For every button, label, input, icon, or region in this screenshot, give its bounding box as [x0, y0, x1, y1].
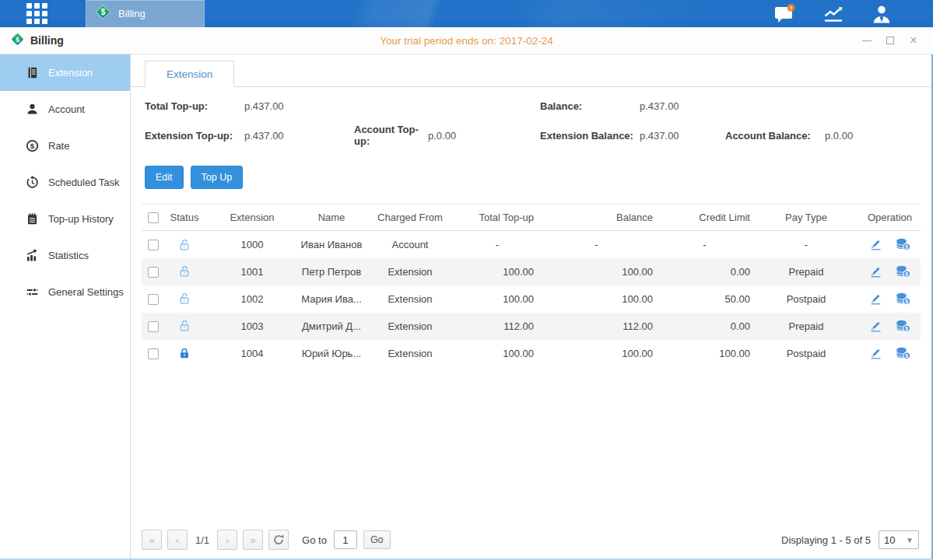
sidebar-item-top-up-history[interactable]: Top-up History [0, 201, 130, 237]
row-checkbox[interactable] [148, 348, 159, 359]
cell-balance: - [537, 231, 656, 258]
sidebar-item-general-settings[interactable]: General Settings [0, 274, 130, 310]
topup-icon[interactable]: $ [896, 238, 910, 250]
content: Extension Total Top-up: p.437.00 Balance… [131, 54, 931, 558]
edit-icon[interactable] [869, 238, 882, 250]
tab-extension[interactable]: Extension [145, 61, 234, 87]
svg-text:$: $ [30, 142, 34, 150]
cell-balance: 100.00 [537, 340, 656, 367]
edit-icon[interactable] [869, 320, 882, 332]
cell-total-topup: 100.00 [458, 340, 537, 367]
cell-pay-type: Prepaid [753, 313, 859, 340]
app-grid-icon[interactable] [26, 3, 53, 24]
taskbar-app-tab-billing[interactable]: $ Billing [86, 0, 205, 27]
sidebar-item-rate[interactable]: $Rate [0, 128, 130, 164]
account-topup-label: Account Top-up: [354, 124, 428, 147]
tabstrip: Extension [131, 54, 931, 87]
row-checkbox[interactable] [148, 294, 159, 305]
refresh-button[interactable] [268, 530, 289, 550]
cell-pay-type: Prepaid [753, 258, 859, 285]
total-topup-value: p.437.00 [244, 100, 354, 112]
sidebar-item-scheduled-task[interactable]: Scheduled Task [0, 164, 130, 201]
topup-icon[interactable]: $ [896, 265, 910, 278]
first-page-button[interactable]: « [142, 530, 162, 550]
svg-text:$: $ [905, 299, 908, 305]
cell-balance: 100.00 [537, 258, 656, 285]
svg-text:$: $ [905, 244, 908, 250]
select-all-checkbox[interactable] [148, 212, 159, 223]
sidebar-item-statistics[interactable]: Statistics [0, 237, 130, 274]
topup-button[interactable]: Top Up [191, 166, 244, 189]
goto-page-input[interactable] [334, 530, 357, 549]
extension-balance-label: Extension Balance: [540, 130, 640, 142]
sidebar: ExtensionAccount$RateScheduled TaskTop-u… [0, 54, 131, 558]
svg-text:$: $ [905, 326, 908, 332]
lock-open-icon[interactable] [178, 320, 191, 332]
cell-total-topup: - [458, 231, 537, 258]
window-titlebar: $ Billing Your trial period ends on: 201… [0, 27, 933, 54]
cell-credit-limit: 0.00 [656, 313, 753, 340]
lock-open-icon[interactable] [178, 292, 191, 305]
column-header-pay-type: Pay Type [753, 205, 859, 231]
table-row-1001: 1001Петр ПетровExtension100.00100.000.00… [142, 258, 921, 285]
sidebar-item-label: Statistics [48, 250, 89, 261]
maximize-button[interactable] [883, 33, 897, 47]
extension-topup-label: Extension Top-up: [145, 130, 244, 142]
lock-closed-icon[interactable] [178, 347, 191, 359]
column-header-status: Status [165, 205, 204, 231]
cell-name: Юрий Юрь... [300, 340, 363, 367]
prev-page-button[interactable]: ‹ [167, 530, 188, 550]
edit-icon[interactable] [869, 265, 882, 278]
topup-icon[interactable]: $ [896, 347, 910, 359]
cell-extension: 1001 [204, 258, 300, 285]
cell-name: Иван Иванов [300, 231, 363, 258]
next-page-button[interactable]: › [217, 530, 237, 550]
topup-icon[interactable]: $ [896, 292, 910, 305]
column-header-select[interactable] [142, 205, 165, 231]
reports-chart-icon[interactable] [823, 4, 844, 24]
cell-charged-from: Extension [363, 340, 458, 367]
last-page-button[interactable]: » [243, 530, 263, 550]
extension-topup-value: p.437.00 [244, 130, 354, 142]
cell-name: Дмитрий Д... [300, 313, 363, 340]
goto-label: Go to [302, 534, 327, 546]
table-row-1000: 1000Иван ИвановAccount----$ [142, 231, 921, 258]
total-topup-label: Total Top-up: [145, 100, 244, 112]
cell-name: Петр Петров [300, 258, 363, 285]
row-checkbox[interactable] [148, 240, 159, 250]
tab-extension-label: Extension [167, 68, 212, 80]
page-size-select[interactable]: 10 ▼ [879, 530, 919, 549]
edit-icon[interactable] [869, 292, 882, 305]
lock-open-icon[interactable] [178, 265, 191, 278]
billing-diamond-icon: $ [10, 32, 25, 50]
row-checkbox[interactable] [148, 267, 159, 278]
account-balance-label: Account Balance: [725, 130, 825, 142]
go-button[interactable]: Go [363, 530, 391, 549]
sidebar-item-label: Extension [48, 67, 93, 79]
cell-total-topup: 100.00 [458, 258, 537, 285]
lock-open-icon[interactable] [178, 239, 191, 251]
close-button[interactable]: × [907, 33, 921, 47]
table-row-1002: 1002Мария Ива...Extension100.00100.0050.… [142, 285, 921, 313]
table-row-1003: 1003Дмитрий Д...Extension112.00112.000.0… [142, 313, 921, 340]
account-user-icon[interactable] [871, 4, 893, 24]
sidebar-item-extension[interactable]: Extension [0, 54, 130, 91]
cell-credit-limit: - [656, 231, 753, 258]
cell-extension: 1002 [204, 285, 300, 313]
topup-icon[interactable]: $ [896, 320, 910, 332]
column-header-credit-limit: Credit Limit [656, 205, 753, 231]
cell-pay-type: Postpaid [753, 285, 859, 313]
taskbar-app-tab-label: Billing [118, 8, 146, 19]
cell-pay-type: - [753, 231, 859, 258]
svg-text:$: $ [905, 353, 908, 359]
person-icon [25, 103, 39, 117]
cell-extension: 1000 [204, 231, 300, 258]
minimize-button[interactable] [860, 33, 874, 47]
billing-diamond-icon: $ [95, 4, 111, 23]
edit-button[interactable]: Edit [145, 166, 184, 189]
sidebar-item-account[interactable]: Account [0, 91, 130, 128]
row-checkbox[interactable] [148, 321, 159, 332]
edit-icon[interactable] [869, 347, 882, 359]
displaying-text: Displaying 1 - 5 of 5 [781, 534, 871, 546]
messages-icon[interactable]: ! [774, 4, 796, 24]
